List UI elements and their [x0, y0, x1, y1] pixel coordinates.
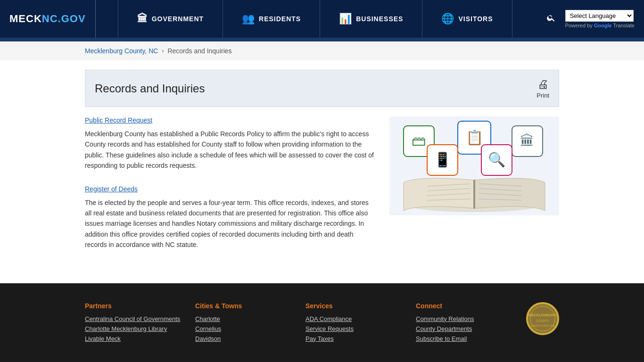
- svg-text:MECKLENBURG: MECKLENBURG: [528, 313, 557, 317]
- nav-businesses[interactable]: 📊 BUSINESSES: [320, 0, 422, 38]
- main-content: Records and Inquiries 🖨 Print Public Rec…: [0, 60, 644, 283]
- site-logo[interactable]: MECKNC.GOV: [9, 0, 96, 38]
- footer-link-centralina[interactable]: Centralina Council of Governments: [85, 315, 181, 322]
- footer-services-heading: Services: [305, 302, 402, 310]
- footer-link-cornelius[interactable]: Cornelius: [195, 325, 291, 332]
- footer-link-pay-taxes[interactable]: Pay Taxes: [305, 335, 402, 342]
- footer-partners-heading: Partners: [85, 302, 181, 310]
- svg-text:📋: 📋: [466, 129, 484, 146]
- government-icon: 🏛: [137, 13, 148, 25]
- google-text: Google: [594, 23, 612, 28]
- footer-link-ada[interactable]: ADA Compliance: [305, 315, 402, 322]
- nav-residents[interactable]: 👥 RESIDENTS: [223, 0, 320, 38]
- site-header: MECKNC.GOV 🏛 GOVERNMENT 👥 RESIDENTS 📊 BU…: [0, 0, 644, 38]
- footer-link-livable[interactable]: Livable Meck: [85, 335, 181, 342]
- breadcrumb-home[interactable]: Mecklenburg County, NC: [85, 47, 158, 55]
- county-seal: MECKLENBURG COUNTY NORTH CAROLINA: [526, 302, 559, 335]
- visitors-icon: 🌐: [441, 13, 454, 25]
- footer-partners: Partners Centralina Council of Governmen…: [85, 302, 181, 345]
- footer-cities-heading: Cities & Towns: [195, 302, 291, 310]
- footer-connect: Connect Community Relations County Depar…: [416, 302, 512, 345]
- footer-seal-container: MECKLENBURG COUNTY NORTH CAROLINA: [526, 302, 559, 345]
- svg-text:🗃: 🗃: [412, 133, 426, 148]
- page-header-box: Records and Inquiries 🖨 Print: [85, 70, 559, 107]
- svg-text:📱: 📱: [434, 151, 452, 168]
- footer-services: Services ADA Compliance Service Requests…: [305, 302, 402, 345]
- sub-header-bar: [0, 38, 644, 41]
- footer-link-subscribe[interactable]: Subscribe to Email: [416, 335, 512, 342]
- translate-widget: Select Language Powered by Google Transl…: [565, 10, 635, 28]
- main-nav: 🏛 GOVERNMENT 👥 RESIDENTS 📊 BUSINESSES 🌐 …: [96, 0, 535, 38]
- footer-link-charlotte[interactable]: Charlotte: [195, 315, 291, 322]
- print-label: Print: [537, 92, 549, 99]
- content-text: Public Record Request Mecklenburg County…: [85, 116, 375, 264]
- breadcrumb-separator: ›: [162, 48, 164, 54]
- powered-by-text: Powered by Google Translate: [565, 23, 635, 28]
- businesses-icon: 📊: [339, 13, 352, 25]
- footer-link-service-requests[interactable]: Service Requests: [305, 325, 402, 332]
- print-icon: 🖨: [537, 78, 549, 91]
- register-deeds-link[interactable]: Register of Deeds: [85, 185, 138, 193]
- residents-icon: 👥: [242, 13, 255, 25]
- records-illustration: 🗃 📋 🏛 📱 🔍: [389, 116, 559, 215]
- logo-meck: MECK: [9, 13, 42, 25]
- header-right: Select Language Powered by Google Transl…: [544, 10, 635, 28]
- site-footer: Partners Centralina Council of Governmen…: [0, 283, 644, 362]
- print-button[interactable]: 🖨 Print: [537, 78, 549, 99]
- nav-government[interactable]: 🏛 GOVERNMENT: [118, 0, 223, 38]
- public-record-text: Mecklenburg County has established a Pub…: [85, 129, 375, 171]
- seal-svg: MECKLENBURG COUNTY NORTH CAROLINA: [527, 302, 558, 335]
- language-select[interactable]: Select Language: [565, 10, 634, 22]
- footer-link-library[interactable]: Charlotte Mecklenburg Library: [85, 325, 181, 332]
- footer-link-davidson[interactable]: Davidson: [195, 335, 291, 342]
- register-deeds-text: The is elected by the people and serves …: [85, 197, 375, 250]
- page-title: Records and Inquiries: [95, 82, 205, 95]
- nav-residents-label: RESIDENTS: [259, 15, 301, 23]
- logo-nc: NC.GOV: [42, 13, 86, 25]
- footer-link-county-departments[interactable]: County Departments: [416, 325, 512, 332]
- footer-grid: Partners Centralina Council of Governmen…: [85, 302, 559, 345]
- nav-visitors[interactable]: 🌐 VISITORS: [422, 0, 512, 38]
- svg-text:COUNTY: COUNTY: [536, 319, 549, 322]
- svg-text:🔍: 🔍: [488, 151, 506, 168]
- content-area: Public Record Request Mecklenburg County…: [85, 116, 559, 264]
- footer-link-community[interactable]: Community Relations: [416, 315, 512, 322]
- svg-text:🏛: 🏛: [520, 133, 534, 148]
- nav-visitors-label: VISITORS: [458, 15, 493, 23]
- public-record-link[interactable]: Public Record Request: [85, 116, 152, 124]
- breadcrumb: Mecklenburg County, NC › Records and Inq…: [0, 41, 644, 60]
- breadcrumb-current: Records and Inquiries: [167, 47, 231, 55]
- footer-connect-heading: Connect: [416, 302, 512, 310]
- nav-businesses-label: BUSINESSES: [356, 15, 403, 23]
- search-button[interactable]: [544, 11, 558, 27]
- nav-government-label: GOVERNMENT: [152, 15, 204, 23]
- search-icon: [546, 13, 556, 23]
- svg-text:NORTH CAROLINA: NORTH CAROLINA: [531, 324, 555, 327]
- content-image: 🗃 📋 🏛 📱 🔍: [389, 116, 559, 264]
- footer-cities: Cities & Towns Charlotte Cornelius David…: [195, 302, 291, 345]
